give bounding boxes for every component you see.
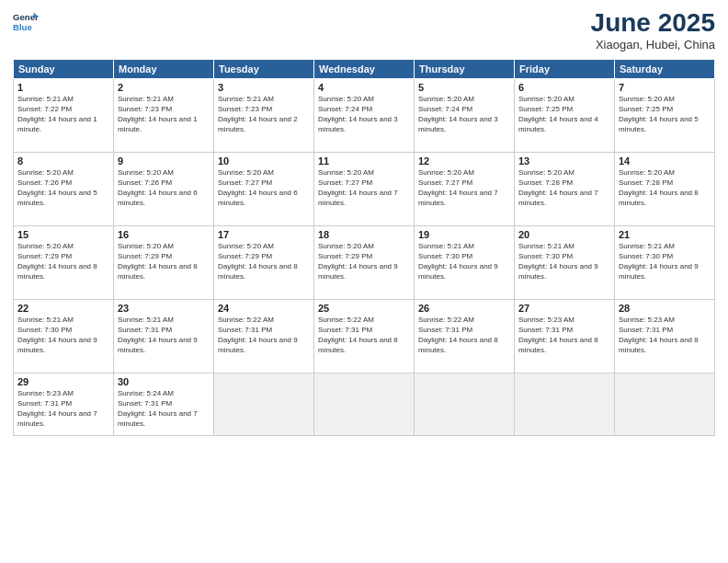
table-row: 30Sunrise: 5:24 AMSunset: 7:31 PMDayligh… <box>114 373 214 435</box>
table-row: 3Sunrise: 5:21 AMSunset: 7:23 PMDaylight… <box>214 78 314 152</box>
day-info: Sunrise: 5:20 AMSunset: 7:29 PMDaylight:… <box>17 241 109 282</box>
table-row: 24Sunrise: 5:22 AMSunset: 7:31 PMDayligh… <box>214 299 314 373</box>
day-info: Sunrise: 5:20 AMSunset: 7:25 PMDaylight:… <box>518 94 610 135</box>
day-info: Sunrise: 5:21 AMSunset: 7:23 PMDaylight:… <box>218 94 310 135</box>
day-info: Sunrise: 5:22 AMSunset: 7:31 PMDaylight:… <box>318 315 410 356</box>
day-info: Sunrise: 5:21 AMSunset: 7:30 PMDaylight:… <box>17 315 109 356</box>
col-wednesday: Wednesday <box>314 59 415 78</box>
calendar-week-row: 15Sunrise: 5:20 AMSunset: 7:29 PMDayligh… <box>14 225 715 299</box>
day-number: 23 <box>118 303 210 314</box>
day-number: 14 <box>619 155 711 167</box>
table-row: 11Sunrise: 5:20 AMSunset: 7:27 PMDayligh… <box>314 152 415 225</box>
day-info: Sunrise: 5:20 AMSunset: 7:29 PMDaylight:… <box>218 241 310 282</box>
day-info: Sunrise: 5:21 AMSunset: 7:22 PMDaylight:… <box>17 94 109 135</box>
table-row: 5Sunrise: 5:20 AMSunset: 7:24 PMDaylight… <box>415 78 515 152</box>
day-info: Sunrise: 5:20 AMSunset: 7:27 PMDaylight:… <box>218 167 310 209</box>
day-info: Sunrise: 5:21 AMSunset: 7:30 PMDaylight:… <box>418 241 510 282</box>
table-row: 6Sunrise: 5:20 AMSunset: 7:25 PMDaylight… <box>515 78 615 152</box>
table-row: 12Sunrise: 5:20 AMSunset: 7:27 PMDayligh… <box>415 152 515 225</box>
table-row: 25Sunrise: 5:22 AMSunset: 7:31 PMDayligh… <box>314 299 415 373</box>
day-number: 2 <box>118 82 210 93</box>
day-number: 8 <box>17 155 109 167</box>
table-row: 22Sunrise: 5:21 AMSunset: 7:30 PMDayligh… <box>14 299 114 373</box>
title-block: June 2025 Xiaogan, Hubei, China <box>591 9 715 52</box>
day-number: 19 <box>418 229 510 240</box>
day-info: Sunrise: 5:20 AMSunset: 7:27 PMDaylight:… <box>418 167 510 209</box>
day-info: Sunrise: 5:21 AMSunset: 7:31 PMDaylight:… <box>118 315 210 356</box>
col-friday: Friday <box>515 59 615 78</box>
day-info: Sunrise: 5:20 AMSunset: 7:29 PMDaylight:… <box>118 241 210 282</box>
day-number: 4 <box>318 82 410 93</box>
day-info: Sunrise: 5:20 AMSunset: 7:25 PMDaylight:… <box>619 94 711 135</box>
header: General Blue June 2025 Xiaogan, Hubei, C… <box>13 9 715 52</box>
table-row: 15Sunrise: 5:20 AMSunset: 7:29 PMDayligh… <box>14 225 114 299</box>
day-info: Sunrise: 5:20 AMSunset: 7:29 PMDaylight:… <box>318 241 410 282</box>
day-number: 22 <box>17 303 109 314</box>
day-number: 10 <box>218 155 310 167</box>
col-tuesday: Tuesday <box>214 59 314 78</box>
table-row: 2Sunrise: 5:21 AMSunset: 7:23 PMDaylight… <box>114 78 214 152</box>
day-info: Sunrise: 5:22 AMSunset: 7:31 PMDaylight:… <box>418 315 510 356</box>
day-info: Sunrise: 5:20 AMSunset: 7:26 PMDaylight:… <box>118 167 210 209</box>
calendar-week-row: 22Sunrise: 5:21 AMSunset: 7:30 PMDayligh… <box>14 299 715 373</box>
day-info: Sunrise: 5:20 AMSunset: 7:24 PMDaylight:… <box>418 94 510 135</box>
subtitle: Xiaogan, Hubei, China <box>591 38 715 52</box>
day-number: 29 <box>17 376 109 387</box>
table-row: 14Sunrise: 5:20 AMSunset: 7:28 PMDayligh… <box>615 152 715 225</box>
logo-icon: General Blue <box>13 9 39 35</box>
day-info: Sunrise: 5:23 AMSunset: 7:31 PMDaylight:… <box>17 388 109 430</box>
col-monday: Monday <box>114 59 214 78</box>
day-number: 26 <box>418 303 510 314</box>
month-title: June 2025 <box>591 9 715 38</box>
day-info: Sunrise: 5:20 AMSunset: 7:27 PMDaylight:… <box>318 167 410 209</box>
day-info: Sunrise: 5:20 AMSunset: 7:24 PMDaylight:… <box>318 94 410 135</box>
table-row <box>314 373 415 435</box>
day-number: 20 <box>518 229 610 240</box>
table-row: 21Sunrise: 5:21 AMSunset: 7:30 PMDayligh… <box>615 225 715 299</box>
table-row <box>415 373 515 435</box>
svg-text:Blue: Blue <box>13 22 32 32</box>
table-row: 23Sunrise: 5:21 AMSunset: 7:31 PMDayligh… <box>114 299 214 373</box>
table-row: 17Sunrise: 5:20 AMSunset: 7:29 PMDayligh… <box>214 225 314 299</box>
day-number: 16 <box>118 229 210 240</box>
day-number: 1 <box>17 82 109 93</box>
table-row <box>214 373 314 435</box>
table-row: 13Sunrise: 5:20 AMSunset: 7:28 PMDayligh… <box>515 152 615 225</box>
day-number: 15 <box>17 229 109 240</box>
day-number: 6 <box>518 82 610 93</box>
table-row <box>515 373 615 435</box>
day-number: 7 <box>619 82 711 93</box>
calendar-table: Sunday Monday Tuesday Wednesday Thursday… <box>13 59 715 436</box>
day-number: 5 <box>418 82 510 93</box>
table-row: 7Sunrise: 5:20 AMSunset: 7:25 PMDaylight… <box>615 78 715 152</box>
day-number: 21 <box>619 229 711 240</box>
day-number: 18 <box>318 229 410 240</box>
table-row: 29Sunrise: 5:23 AMSunset: 7:31 PMDayligh… <box>14 373 114 435</box>
day-info: Sunrise: 5:21 AMSunset: 7:30 PMDaylight:… <box>518 241 610 282</box>
col-thursday: Thursday <box>415 59 515 78</box>
day-info: Sunrise: 5:20 AMSunset: 7:28 PMDaylight:… <box>518 167 610 209</box>
day-number: 28 <box>619 303 711 314</box>
day-info: Sunrise: 5:20 AMSunset: 7:28 PMDaylight:… <box>619 167 711 209</box>
day-number: 12 <box>418 155 510 167</box>
table-row: 8Sunrise: 5:20 AMSunset: 7:26 PMDaylight… <box>14 152 114 225</box>
table-row <box>615 373 715 435</box>
day-info: Sunrise: 5:23 AMSunset: 7:31 PMDaylight:… <box>518 315 610 356</box>
calendar-week-row: 29Sunrise: 5:23 AMSunset: 7:31 PMDayligh… <box>14 373 715 435</box>
col-sunday: Sunday <box>14 59 114 78</box>
logo: General Blue <box>13 9 39 35</box>
calendar-header-row: Sunday Monday Tuesday Wednesday Thursday… <box>14 59 715 78</box>
day-info: Sunrise: 5:22 AMSunset: 7:31 PMDaylight:… <box>218 315 310 356</box>
day-info: Sunrise: 5:21 AMSunset: 7:23 PMDaylight:… <box>118 94 210 135</box>
day-number: 13 <box>518 155 610 167</box>
table-row: 19Sunrise: 5:21 AMSunset: 7:30 PMDayligh… <box>415 225 515 299</box>
day-info: Sunrise: 5:20 AMSunset: 7:26 PMDaylight:… <box>17 167 109 209</box>
day-number: 11 <box>318 155 410 167</box>
page: General Blue June 2025 Xiaogan, Hubei, C… <box>0 0 728 563</box>
calendar-week-row: 8Sunrise: 5:20 AMSunset: 7:26 PMDaylight… <box>14 152 715 225</box>
table-row: 10Sunrise: 5:20 AMSunset: 7:27 PMDayligh… <box>214 152 314 225</box>
col-saturday: Saturday <box>615 59 715 78</box>
table-row: 18Sunrise: 5:20 AMSunset: 7:29 PMDayligh… <box>314 225 415 299</box>
table-row: 20Sunrise: 5:21 AMSunset: 7:30 PMDayligh… <box>515 225 615 299</box>
table-row: 1Sunrise: 5:21 AMSunset: 7:22 PMDaylight… <box>14 78 114 152</box>
